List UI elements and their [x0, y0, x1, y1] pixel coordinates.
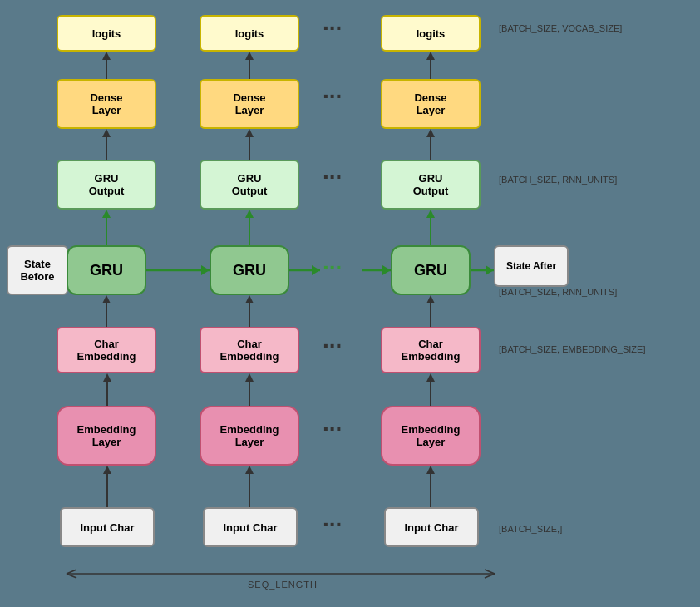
dots-6: ···: [323, 416, 342, 442]
dots-2: ···: [323, 83, 342, 110]
svg-marker-41: [312, 265, 320, 275]
dots-3: ···: [323, 164, 342, 190]
col3-logits-node: logits: [381, 15, 481, 52]
col1-input-label: Input Char: [81, 521, 135, 534]
col2-input-label: Input Char: [224, 521, 278, 534]
svg-marker-1: [103, 466, 111, 474]
svg-line-47: [67, 570, 76, 574]
col1-logits-label: logits: [92, 27, 121, 40]
col2-gru-output-node: GRUOutput: [200, 160, 299, 210]
label-emb-size: [BATCH_SIZE, EMBEDDING_SIZE]: [499, 344, 645, 354]
col1-gru-output-label: GRUOutput: [89, 172, 125, 197]
svg-marker-3: [103, 373, 111, 382]
col1-dense-label: DenseLayer: [90, 91, 122, 116]
state-before-label: State Before: [8, 258, 67, 283]
col2-gru-output-label: GRUOutput: [232, 172, 268, 197]
svg-marker-19: [245, 210, 254, 218]
col2-logits-node: logits: [200, 15, 299, 52]
state-after-label: State After: [506, 260, 556, 272]
svg-marker-29: [426, 295, 435, 304]
col3-gru-output-label: GRUOutput: [413, 172, 449, 197]
diagram: State Before logits DenseLayer GRUOutput…: [0, 0, 700, 607]
state-before-node: State Before: [7, 245, 68, 295]
svg-line-48: [67, 574, 76, 578]
col3-input-label: Input Char: [405, 521, 459, 534]
col1-dense-node: DenseLayer: [57, 79, 156, 129]
col2-logits-label: logits: [235, 27, 264, 40]
col3-input-node: Input Char: [384, 507, 479, 547]
col3-emb-layer-label: EmbeddingLayer: [402, 423, 461, 448]
col1-gru-label: GRU: [90, 262, 123, 279]
svg-marker-35: [426, 52, 435, 60]
svg-marker-7: [102, 210, 111, 218]
svg-marker-5: [102, 295, 111, 304]
label-rnn-state: [BATCH_SIZE, RNN_UNITS]: [499, 287, 617, 297]
svg-marker-15: [245, 373, 254, 382]
col3-gru-output-node: GRUOutput: [381, 160, 481, 210]
svg-marker-21: [245, 129, 254, 137]
col2-emb-layer-label: EmbeddingLayer: [220, 423, 279, 448]
svg-line-50: [485, 574, 495, 578]
state-after-node: State After: [494, 245, 569, 287]
svg-marker-31: [426, 210, 435, 218]
col3-dense-label: DenseLayer: [414, 91, 446, 116]
dots-7: ···: [323, 511, 342, 538]
svg-marker-17: [245, 295, 254, 304]
col2-dense-node: DenseLayer: [200, 79, 299, 129]
svg-marker-13: [245, 466, 254, 474]
col3-emb-layer-node: EmbeddingLayer: [381, 406, 481, 466]
svg-marker-25: [426, 466, 435, 474]
col3-char-emb-label: CharEmbedding: [402, 338, 461, 363]
svg-line-49: [485, 570, 495, 574]
col1-input-node: Input Char: [60, 507, 155, 547]
seq-length-label: SEQ_LENGTH: [200, 580, 366, 590]
col1-emb-layer-label: EmbeddingLayer: [77, 423, 136, 448]
col3-gru-label: GRU: [414, 262, 447, 279]
label-vocab-size: [BATCH_SIZE, VOCAB_SIZE]: [499, 23, 622, 33]
svg-marker-23: [245, 52, 254, 60]
svg-marker-33: [426, 129, 435, 137]
col1-logits-node: logits: [57, 15, 156, 52]
col3-logits-label: logits: [417, 27, 446, 40]
label-input-size: [BATCH_SIZE,]: [499, 524, 562, 534]
col2-dense-label: DenseLayer: [233, 91, 265, 116]
col2-gru-label: GRU: [233, 262, 266, 279]
svg-marker-11: [102, 52, 111, 60]
col2-gru-node: GRU: [210, 245, 289, 295]
col2-char-emb-label: CharEmbedding: [220, 338, 279, 363]
col3-gru-node: GRU: [391, 245, 471, 295]
col2-emb-layer-node: EmbeddingLayer: [200, 406, 299, 466]
col3-char-emb-node: CharEmbedding: [381, 327, 481, 373]
svg-marker-43: [382, 265, 391, 275]
label-rnn-output: [BATCH_SIZE, RNN_UNITS]: [499, 175, 617, 185]
col1-char-emb-node: CharEmbedding: [57, 327, 156, 373]
col1-gru-node: GRU: [67, 245, 146, 295]
dots-4: ···: [323, 254, 342, 281]
col3-dense-node: DenseLayer: [381, 79, 481, 129]
col1-gru-output-node: GRUOutput: [57, 160, 156, 210]
col2-char-emb-node: CharEmbedding: [200, 327, 299, 373]
col2-input-node: Input Char: [203, 507, 298, 547]
svg-marker-45: [486, 265, 494, 275]
svg-marker-27: [426, 373, 435, 382]
dots-5: ···: [323, 333, 342, 359]
svg-marker-9: [102, 129, 111, 137]
col1-emb-layer-node: EmbeddingLayer: [57, 406, 156, 466]
col1-char-emb-label: CharEmbedding: [77, 338, 136, 363]
svg-marker-39: [201, 265, 210, 275]
dots-1: ···: [323, 15, 342, 42]
